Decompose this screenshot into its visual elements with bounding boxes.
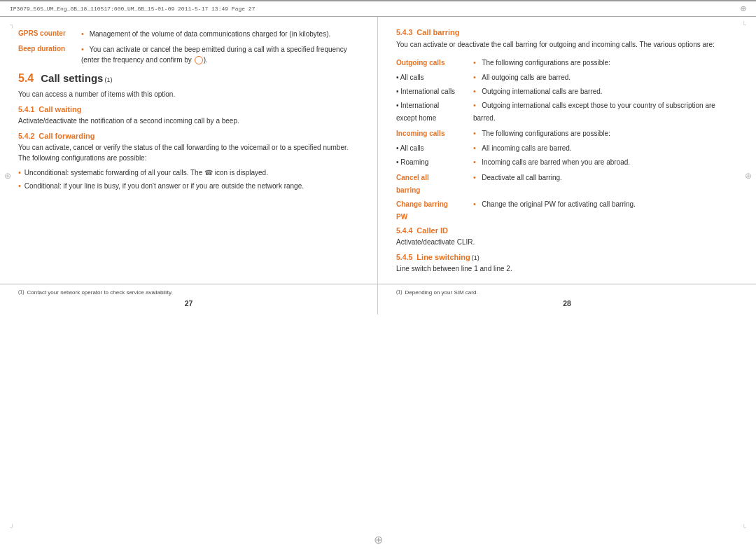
phone-icon: ☎ <box>204 169 213 177</box>
section-54-intro: You can access a number of items with th… <box>18 89 359 99</box>
change-barring-desc: Change the original PW for activating ca… <box>482 200 636 208</box>
change-barring-label: Change barringPW <box>396 197 473 222</box>
subsection-541-header: 5.4.1 Call waiting <box>18 105 359 113</box>
all-calls-out-label: • All calls <box>396 70 473 83</box>
forwarding-bullet-2: • Conditional: if your line is busy, if … <box>18 181 359 191</box>
outgoing-value: • The following configurations are possi… <box>473 55 738 68</box>
top-bar-text: IP3079_565_UM_Eng_GB_18_110517:600_UM_GB… <box>10 6 255 12</box>
top-bar: IP3079_565_UM_Eng_GB_18_110517:600_UM_GB… <box>0 0 756 17</box>
right-footnote-sup: (1) <box>396 289 402 296</box>
intl-home-desc: Outgoing international calls except thos… <box>473 102 715 122</box>
incoming-bullet: • <box>473 129 476 137</box>
table-row-incoming: Incoming calls • The following configura… <box>396 126 738 139</box>
incoming-config-text: The following configurations are possibl… <box>482 130 610 137</box>
all-calls-in-value: • All incoming calls are barred. <box>473 141 738 153</box>
outgoing-label: Outgoing calls <box>396 55 473 68</box>
roaming-bullet: • <box>473 158 476 166</box>
table-row-intl: • International calls • Outgoing interna… <box>396 84 738 97</box>
intl-home-label: • Internationalexcept home <box>396 98 473 123</box>
table-row-all-calls-out: • All calls • All outgoing calls are bar… <box>396 70 738 83</box>
outgoing-bullet: • <box>473 58 476 67</box>
cancel-all-label: Cancel allbarring <box>396 170 473 195</box>
right-margin-mark: ⊕ <box>745 171 752 181</box>
544-title: Caller ID <box>416 226 448 235</box>
all-calls-in-desc: All incoming calls are barred. <box>482 144 571 152</box>
intl-text: • International calls <box>396 88 455 95</box>
all-calls-out-text: • All calls <box>396 74 424 81</box>
543-id: 5.4.3 <box>396 28 412 36</box>
incoming-calls-label: Incoming calls <box>396 130 444 137</box>
incoming-label: Incoming calls <box>396 126 473 139</box>
541-body: Activate/deactivate the notification of … <box>18 116 359 126</box>
table-row-outgoing: Outgoing calls • The following configura… <box>396 55 738 68</box>
section-title: Call settings <box>41 72 103 84</box>
section-number: 5.4 <box>18 72 34 85</box>
543-title: Call barring <box>416 28 459 36</box>
542-body: You can activate, cancel or verify the s… <box>18 142 359 163</box>
all-calls-out-value: • All outgoing calls are barred. <box>473 70 738 83</box>
forwarding-bullet-2-text: Conditional: if your line is busy, if yo… <box>24 181 304 191</box>
roaming-label: • Roaming <box>396 155 473 167</box>
barring-table: Outgoing calls • The following configura… <box>396 55 738 222</box>
intl-value: • Outgoing international calls are barre… <box>473 84 738 97</box>
right-footnote-row: (1) Depending on your SIM card. <box>396 289 478 296</box>
beep-bullet: • <box>81 45 84 53</box>
544-id: 5.4.4 <box>396 226 412 235</box>
all-calls-out-desc: All outgoing calls are barred. <box>482 74 570 81</box>
crosshair-top: ⊕ <box>741 3 746 15</box>
541-id: 5.4.1 <box>18 105 34 113</box>
right-footnote-text: Depending on your SIM card. <box>405 289 478 296</box>
main-content: GPRS counter • Management of the volume … <box>0 17 756 284</box>
subsection-544-header: 5.4.4 Caller ID <box>396 226 738 235</box>
bullet-icon-2: • <box>18 181 21 190</box>
gprs-counter-row: GPRS counter • Management of the volume … <box>18 28 359 40</box>
subsection-542-header: 5.4.2 Call forwarding <box>18 132 359 140</box>
intl-home-text: • Internationalexcept home <box>396 102 439 122</box>
outgoing-config-text: The following configurations are possibl… <box>482 59 610 67</box>
page-number-left: 27 <box>185 299 193 308</box>
table-row-all-calls-in: • All calls • All incoming calls are bar… <box>396 141 738 153</box>
table-row-change-barring: Change barringPW • Change the original P… <box>396 197 738 222</box>
roaming-value: • Incoming calls are barred when you are… <box>473 155 738 167</box>
forwarding-bullet-1-text: Unconditional: systematic forwarding of … <box>24 167 268 178</box>
543-intro: You can activate or deactivate the call … <box>396 39 738 50</box>
forwarding-bullet-1: • Unconditional: systematic forwarding o… <box>18 167 359 178</box>
left-margin-mark: ⊕ <box>4 171 11 181</box>
gprs-def: • Management of the volume of data commu… <box>81 28 359 40</box>
crosshair-bottom: ⊕ <box>374 533 383 546</box>
intl-desc: Outgoing international calls are barred. <box>482 88 602 95</box>
541-title: Call waiting <box>38 105 81 113</box>
cancel-all-value: • Deactivate all call barring. <box>473 170 738 183</box>
intl-label: • International calls <box>396 84 473 97</box>
beep-duration-row: Beep duration • You can activate or canc… <box>18 43 359 66</box>
subsection-543-header: 5.4.3 Call barring <box>396 28 738 36</box>
intl-home-value: • Outgoing international calls except th… <box>473 98 738 123</box>
545-id: 5.4.5 <box>396 253 412 261</box>
left-footnote-text: Contact your network operator to check s… <box>27 289 173 296</box>
bottom-bar: (1) Contact your network operator to che… <box>0 284 756 315</box>
bullet-icon-1: • <box>18 168 21 177</box>
545-title: Line switching <box>416 253 470 261</box>
subsection-545-header: 5.4.5 Line switching (1) <box>396 253 738 261</box>
right-margin-mark2: ⊕ <box>745 283 752 284</box>
page-spread: IP3079_565_UM_Eng_GB_18_110517:600_UM_GB… <box>0 0 756 559</box>
544-body: Activate/deactivate CLIR. <box>396 237 738 247</box>
page-number-right: 28 <box>563 299 571 308</box>
left-footnote-sup: (1) <box>18 289 24 296</box>
table-row-cancel-all: Cancel allbarring • Deactivate all call … <box>396 170 738 195</box>
545-superscript: (1) <box>472 254 479 261</box>
bottom-right: (1) Depending on your SIM card. 28 <box>378 284 756 315</box>
545-body: Line switch between line 1 and line 2. <box>396 263 738 274</box>
all-calls-in-bullet: • <box>473 144 476 152</box>
table-row-roaming: • Roaming • Incoming calls are barred wh… <box>396 155 738 167</box>
change-barring-text: Change barringPW <box>396 200 448 221</box>
outgoing-calls-label: Outgoing calls <box>396 59 444 67</box>
section-superscript: (1) <box>104 76 112 83</box>
bottom-left: (1) Contact your network operator to che… <box>0 284 378 315</box>
gprs-bullet: • <box>81 29 84 38</box>
all-calls-in-label: • All calls <box>396 141 473 153</box>
corner-mark-br: └ <box>742 524 746 531</box>
left-margin-mark2: ⊕ <box>4 283 11 284</box>
roaming-desc: Incoming calls are barred when you are a… <box>482 158 630 166</box>
right-page: 5.4.3 Call barring You can activate or d… <box>378 17 756 284</box>
